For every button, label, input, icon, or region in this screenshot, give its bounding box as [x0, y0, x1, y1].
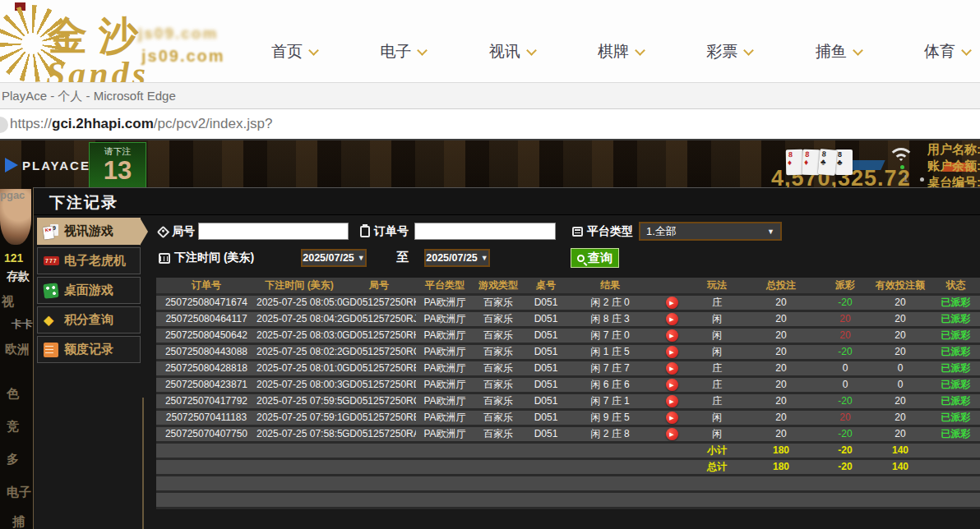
table-row: 250725080471674 2025-07-25 08:05:06 GD05… [156, 294, 980, 310]
background-fragment: 竞 [7, 419, 19, 435]
main-nav: 首页 电子 视讯 棋牌 彩票 [271, 41, 970, 62]
date-from-value: 2025/07/25 [303, 252, 354, 264]
sidebar-item[interactable]: 视讯游戏 [37, 218, 141, 245]
bet-records-table: 订单号下注时间 (美东)局号平台类型游戏类型桌号结果玩法总投注派彩有效投注额状态… [156, 278, 980, 509]
url-prefix: https:// [10, 116, 52, 131]
date-to-picker[interactable]: 2025/07/25 [424, 249, 490, 267]
column-header: 订单号 [156, 278, 257, 294]
cell-table-number: D051 [523, 343, 569, 360]
nav-item[interactable]: 捕鱼 [816, 41, 862, 62]
wifi-icon [888, 148, 916, 168]
platform-type-label: 平台类型 [572, 224, 633, 239]
cell-game-type: 百家乐 [474, 409, 523, 426]
cell-bet-side: 闲 [692, 409, 742, 426]
nav-item[interactable]: 电子 [380, 41, 426, 62]
replay-play-icon[interactable] [666, 313, 678, 325]
round-number-input[interactable] [198, 223, 349, 240]
cell-game-type: 百家乐 [474, 310, 523, 327]
platform-icon [572, 227, 583, 237]
playace-logo-text: PLAYACE [22, 159, 90, 172]
cell-payout: 0 [821, 360, 870, 376]
cell-bet-time: 2025-07-25 08:02:27 [257, 343, 342, 360]
cell-round-number: GD051257250RG [342, 343, 416, 360]
background-fragment: 电子 [7, 485, 31, 500]
column-header: 局号 [342, 278, 416, 294]
background-fragment: 多 [7, 452, 19, 467]
background-fragment: 121 [4, 251, 23, 264]
date-to-separator: 至 [396, 250, 409, 265]
cell-status: 已派彩 [931, 409, 980, 426]
sidebar-item[interactable]: 电子老虎机 [37, 247, 141, 274]
cell-bet-time: 2025-07-25 08:05:06 [257, 294, 342, 310]
cell-game-type: 百家乐 [474, 343, 523, 360]
order-number-input[interactable] [414, 223, 556, 240]
playace-triangle-icon [5, 158, 18, 172]
cell-valid-bet: 20 [870, 343, 931, 360]
nav-item[interactable]: 首页 [271, 41, 317, 62]
subtotal-row: 小计 180 -20 140 [156, 442, 980, 458]
grand-total-valid: 140 [870, 458, 931, 475]
replay-play-icon[interactable] [666, 329, 678, 342]
column-header: 总投注 [742, 278, 821, 294]
favicon-icon [0, 117, 8, 133]
replay-play-icon[interactable] [666, 297, 678, 309]
sidebar-item[interactable]: 积分查询 [37, 306, 141, 334]
cell-table-number: D051 [523, 376, 569, 393]
platform-type-select[interactable]: 1.全部 [639, 222, 782, 241]
nav-item[interactable]: 彩票 [706, 41, 752, 62]
grand-total-bet: 180 [742, 458, 821, 475]
nav-item[interactable]: 视讯 [489, 41, 535, 62]
cell-platform: PA欧洲厅 [416, 310, 474, 327]
cell-valid-bet: 20 [870, 294, 931, 310]
nav-item[interactable]: 棋牌 [598, 41, 644, 62]
search-icon [577, 255, 585, 262]
sidebar-item-icon [44, 254, 58, 269]
playing-card: 8♣ [835, 150, 853, 175]
cell-bet-time: 2025-07-25 07:58:51 [257, 426, 342, 442]
cell-platform: PA欧洲厅 [416, 343, 474, 360]
cell-order-number: 250725070417792 [156, 393, 257, 409]
replay-play-icon[interactable] [666, 428, 678, 440]
bet-time-label-text: 下注时间 (美东) [174, 251, 254, 265]
replay-play-icon[interactable] [666, 379, 678, 391]
subtotal-label: 小计 [692, 442, 742, 458]
replay-play-icon[interactable] [666, 362, 678, 375]
cell-replay [651, 327, 692, 343]
date-from-picker[interactable]: 2025/07/25 [301, 249, 367, 267]
cell-result: 闲 7 庄 7 [569, 360, 651, 376]
cell-round-number: GD051257250RH [342, 327, 416, 343]
replay-play-icon[interactable] [666, 395, 678, 407]
cell-total-bet: 20 [742, 343, 821, 360]
replay-play-icon[interactable] [666, 412, 678, 424]
sidebar-item-label: 电子老虎机 [64, 253, 126, 269]
background-fragment: pgac [0, 189, 25, 201]
cell-game-type: 百家乐 [474, 294, 523, 310]
nav-item[interactable]: 体育 [924, 41, 970, 62]
card-suit-icon: ♦ [788, 159, 803, 167]
cell-replay [651, 409, 692, 426]
column-header: 状态 [931, 278, 980, 294]
cell-game-type: 百家乐 [474, 393, 523, 409]
table-pager: 1 [904, 173, 924, 184]
cell-platform: PA欧洲厅 [416, 426, 474, 442]
cell-order-number: 250725080464117 [156, 310, 257, 327]
cell-bet-time: 2025-07-25 07:59:55 [257, 393, 342, 409]
cell-status: 已派彩 [931, 376, 980, 393]
window-title-bar: PlayAce - 个人 - Microsoft Edge [0, 82, 980, 109]
table-row: 250725080443088 2025-07-25 08:02:27 GD05… [156, 343, 980, 360]
sidebar-item[interactable]: 桌面游戏 [37, 277, 141, 304]
cell-order-number: 250725080423871 [156, 376, 257, 393]
search-button[interactable]: 查询 [571, 248, 619, 268]
url-path: /pc/pcv2/index.jsp? [154, 116, 273, 131]
cell-payout: 20 [821, 327, 870, 343]
cell-bet-time: 2025-07-25 07:59:15 [257, 409, 342, 426]
cell-total-bet: 20 [742, 376, 821, 393]
cell-bet-side: 庄 [692, 376, 742, 393]
address-bar[interactable]: https://gci.2hhapi.com/pc/pcv2/index.jsp… [0, 109, 980, 140]
cell-order-number: 250725080471674 [156, 294, 257, 310]
replay-play-icon[interactable] [666, 346, 678, 358]
sidebar-item-label: 视讯游戏 [64, 223, 113, 239]
sidebar-item[interactable]: 额度记录 [37, 336, 141, 363]
column-header: 下注时间 (美东) [257, 278, 342, 294]
cell-bet-time: 2025-07-25 08:03:06 [257, 327, 342, 343]
